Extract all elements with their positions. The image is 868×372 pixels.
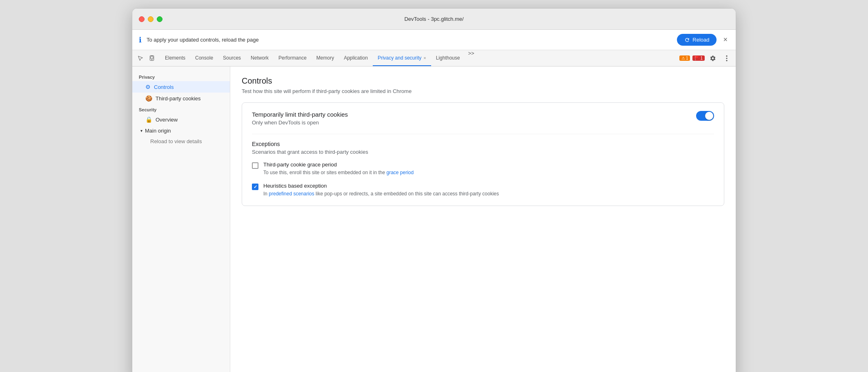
error-badge[interactable]: 🚩 1 (692, 55, 705, 61)
error-count: 1 (700, 56, 703, 60)
cookie-icon: 🍪 (145, 95, 152, 102)
grace-period-desc: To use this, enroll this site or sites e… (263, 169, 714, 176)
card-description: Only when DevTools is open (252, 120, 348, 126)
grace-period-link[interactable]: grace period (387, 170, 414, 175)
sidebar-item-third-party-cookies[interactable]: 🍪 Third-party cookies (132, 93, 230, 104)
exceptions-title: Exceptions (252, 141, 714, 147)
grace-period-checkbox[interactable] (252, 162, 258, 169)
tab-lighthouse[interactable]: Lighthouse (431, 50, 465, 66)
tab-privacy-security[interactable]: Privacy and security × (373, 50, 431, 66)
limit-cookies-toggle[interactable] (696, 111, 714, 121)
grace-period-desc-before: To use this, enroll this site or sites e… (263, 170, 387, 175)
tab-application[interactable]: Application (339, 50, 373, 66)
devtools-window: DevTools - 3pc.glitch.me/ ℹ To apply you… (132, 8, 736, 372)
tab-sources[interactable]: Sources (218, 50, 246, 66)
select-element-icon[interactable] (136, 53, 145, 63)
card-title-area: Temporarily limit third-party cookies On… (252, 111, 348, 126)
card-title: Temporarily limit third-party cookies (252, 111, 348, 118)
card-header: Temporarily limit third-party cookies On… (252, 111, 714, 126)
info-icon: ℹ (139, 35, 142, 44)
tab-network[interactable]: Network (246, 50, 274, 66)
close-button[interactable] (139, 16, 145, 22)
tab-memory[interactable]: Memory (312, 50, 339, 66)
more-tabs-button[interactable]: >> (465, 50, 477, 66)
reload-icon (684, 37, 690, 43)
privacy-section-label: Privacy (132, 71, 230, 81)
exceptions-section: Exceptions Scenarios that grant access t… (252, 134, 714, 197)
settings-button[interactable] (707, 53, 719, 64)
tabs-right-controls: ⚠ 1 🚩 1 (679, 53, 732, 64)
chevron-down-icon: ▾ (140, 128, 142, 133)
svg-rect-1 (151, 56, 153, 59)
content-subtitle: Test how this site will perform if third… (242, 88, 724, 94)
reload-label: Reload (692, 37, 709, 43)
tabs-bar: Elements Console Sources Network Perform… (132, 50, 736, 66)
content-title: Controls (242, 76, 724, 86)
main-origin-label: Main origin (145, 128, 171, 134)
cookie-control-card: Temporarily limit third-party cookies On… (242, 102, 724, 206)
content-area: Controls Test how this site will perform… (230, 66, 736, 372)
main-content: Privacy ⚙ Controls 🍪 Third-party cookies… (132, 66, 736, 372)
svg-point-4 (726, 58, 727, 59)
svg-point-3 (726, 55, 727, 56)
warning-icon: ⚠ (681, 56, 685, 60)
sidebar-sub-reload-details: Reload to view details (132, 136, 230, 146)
notification-text: To apply your updated controls, reload t… (147, 37, 672, 43)
tab-elements[interactable]: Elements (160, 50, 190, 66)
sidebar-item-overview[interactable]: 🔒 Overview (132, 114, 230, 125)
third-party-label: Third-party cookies (156, 95, 201, 102)
grace-period-checkbox-item: Third-party cookie grace period To use t… (252, 162, 714, 176)
controls-label: Controls (154, 84, 174, 90)
heuristics-label-area: Heuristics based exception In predefined… (263, 183, 714, 197)
traffic-lights (139, 16, 162, 22)
reload-button[interactable]: Reload (677, 34, 717, 46)
sidebar-item-controls[interactable]: ⚙ Controls (132, 81, 230, 93)
exceptions-desc: Scenarios that grant access to third-par… (252, 149, 714, 155)
tabs-list: Elements Console Sources Network Perform… (160, 50, 478, 66)
window-title: DevTools - 3pc.glitch.me/ (404, 16, 463, 22)
warning-badge[interactable]: ⚠ 1 (679, 55, 690, 61)
svg-point-5 (726, 60, 727, 61)
heuristics-title: Heuristics based exception (263, 183, 714, 189)
predefined-scenarios-link[interactable]: predefined scenarios (269, 191, 314, 197)
notification-bar: ℹ To apply your updated controls, reload… (132, 30, 736, 50)
minimize-button[interactable] (148, 16, 154, 22)
sidebar: Privacy ⚙ Controls 🍪 Third-party cookies… (132, 66, 230, 372)
error-icon: 🚩 (694, 56, 699, 60)
heuristics-desc: In predefined scenarios like pop-ups or … (263, 190, 714, 197)
notification-close[interactable]: × (721, 34, 729, 46)
grace-period-label-area: Third-party cookie grace period To use t… (263, 162, 714, 176)
warning-count: 1 (686, 56, 688, 60)
sidebar-item-main-origin[interactable]: ▾ Main origin (132, 125, 230, 136)
grace-period-title: Third-party cookie grace period (263, 162, 714, 168)
titlebar: DevTools - 3pc.glitch.me/ (132, 9, 736, 30)
overview-label: Overview (156, 117, 178, 123)
lock-icon: 🔒 (145, 116, 152, 123)
maximize-button[interactable] (157, 16, 162, 22)
heuristics-desc-before: In (263, 191, 269, 197)
gear-icon: ⚙ (145, 84, 151, 90)
device-toolbar-icon[interactable] (147, 53, 157, 63)
devtools-toolbar-icons (136, 53, 157, 63)
heuristics-desc-after: like pop-ups or redirects, a site embedd… (314, 191, 499, 197)
tab-close-icon[interactable]: × (423, 55, 426, 60)
tab-console[interactable]: Console (190, 50, 218, 66)
svg-point-2 (151, 59, 152, 60)
tab-performance[interactable]: Performance (274, 50, 312, 66)
heuristics-checkbox[interactable] (252, 184, 258, 190)
security-section-label: Security (132, 104, 230, 114)
more-options-button[interactable] (721, 53, 732, 64)
heuristics-checkbox-item: Heuristics based exception In predefined… (252, 183, 714, 197)
